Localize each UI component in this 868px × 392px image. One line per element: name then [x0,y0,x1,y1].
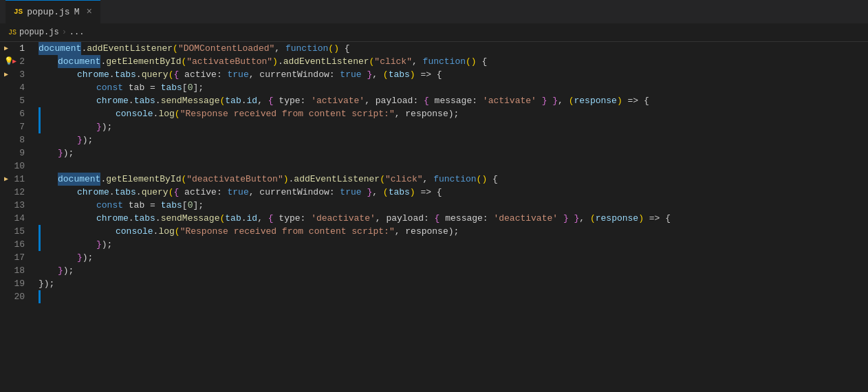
code-line-12: chrome.tabs.query({ active: true, curren… [39,186,868,199]
code-line-19: }); [39,277,868,290]
code-line-5: chrome.tabs.sendMessage(tab.id, { type: … [39,94,868,107]
gutter-line-7: 7 [3,120,30,133]
tab-filename: popup.js [27,6,69,19]
gutter-line-3: ▶ 3 [3,68,30,81]
code-line-17: }); [39,251,868,264]
code-line-1: document.addEventListener("DOMContentLoa… [39,42,868,55]
gutter-line-4: 4 [3,81,30,94]
code-line-7: }); [39,120,868,133]
code-line-4: const tab = tabs[0]; [39,81,868,94]
active-tab[interactable]: JS popup.js M × [6,0,100,24]
breakpoint-arrow-11: ▶ [4,173,8,186]
code-line-15: console.log("Response received from cont… [39,225,868,238]
keyword-document-11: document [58,173,100,186]
keyword-document-1: document [39,42,81,55]
code-line-13: const tab = tabs[0]; [39,199,868,212]
gutter-line-15: 15 [3,225,30,238]
gutter-line-13: 13 [3,199,30,212]
gutter-line-11: ▶ 11 [3,173,30,186]
gutter-line-12: 12 [3,186,30,199]
breadcrumb-filename[interactable]: popup.js [19,26,59,39]
tab-close-button[interactable]: × [86,6,91,19]
gutter-line-16: 16 [3,238,30,251]
title-bar: JS popup.js M × [0,0,868,24]
gutter-line-18: 18 [3,264,30,277]
code-line-2: document.getElementById("activateButton"… [39,55,868,68]
code-line-16: }); [39,238,868,251]
code-editor[interactable]: document.addEventListener("DOMContentLoa… [36,42,868,392]
code-line-9: }); [39,146,868,160]
code-line-18: }); [39,264,868,277]
gutter-line-6: 6 [3,107,30,120]
gutter-line-9: 9 [3,146,30,160]
code-line-10 [39,160,868,173]
breakpoint-arrow-2: ▶ [12,55,17,68]
gutter-line-19: 19 [3,277,30,290]
breadcrumb-js-icon: JS [8,26,17,39]
gutter-line-2: 💡 ▶ 2 [3,55,30,68]
code-line-20 [39,290,868,303]
breadcrumb-separator: › [62,26,67,39]
code-line-14: chrome.tabs.sendMessage(tab.id, { type: … [39,212,868,225]
gutter-line-20: 20 [3,290,30,303]
tab-modified-indicator: M [74,6,80,19]
gutter-line-14: 14 [3,212,30,225]
tab-js-icon: JS [14,6,23,19]
breadcrumb-context: ... [69,26,85,39]
gutter-line-17: 17 [3,251,30,264]
gutter-line-1: ▶ 1 [3,42,30,55]
keyword-document-2: document [58,55,100,68]
editor-container: ▶ 1 💡 ▶ 2 ▶ 3 4 5 6 7 8 9 10 ▶ 11 12 13 … [0,42,868,392]
gutter-line-10: 10 [3,160,30,173]
gutter-line-5: 5 [3,94,30,107]
breakpoint-arrow-1: ▶ [4,42,8,55]
code-line-3: chrome.tabs.query({ active: true, curren… [39,68,868,81]
breakpoint-arrow-3: ▶ [4,68,8,81]
code-line-6: console.log("Response received from cont… [39,107,868,120]
code-line-8: }); [39,133,868,146]
line-number-gutter: ▶ 1 💡 ▶ 2 ▶ 3 4 5 6 7 8 9 10 ▶ 11 12 13 … [0,42,36,392]
gutter-line-8: 8 [3,133,30,146]
code-line-11: document.getElementById("deactivateButto… [39,173,868,186]
breadcrumb-bar: JS popup.js › ... [0,24,868,42]
